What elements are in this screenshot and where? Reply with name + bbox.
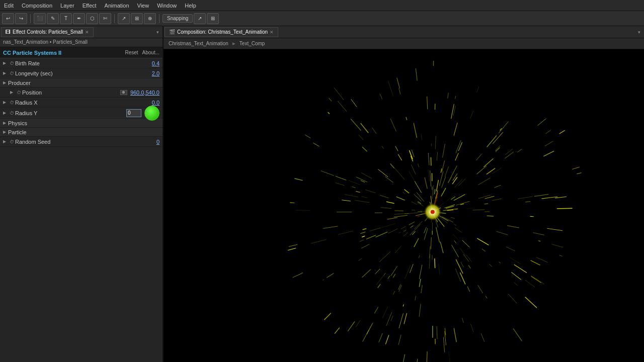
position-value[interactable]: 960.0,540.0	[130, 89, 159, 96]
comp-tab-label: Composition: Christmas_Text_Animation	[177, 29, 268, 35]
tool-align[interactable]: ⊕	[144, 13, 156, 24]
particle-canvas	[164, 49, 644, 362]
ec-header: CC Particle Systems II Reset About...	[0, 47, 163, 58]
about-button[interactable]: About...	[142, 50, 159, 55]
longevity-row: ▶ ⏱ Longevity (sec) 2.0	[0, 68, 163, 78]
tool-pen[interactable]: ✎	[47, 13, 59, 24]
effect-controls-tab[interactable]: 🎞 Effect Controls: Particles_Small ✕	[1, 27, 94, 37]
radius-y-label: Radius Y	[15, 110, 126, 116]
effect-controls: CC Particle Systems II Reset About... ▶ …	[0, 47, 163, 362]
menu-animation[interactable]: Animation	[101, 1, 133, 10]
birth-rate-icon: ⏱	[8, 60, 15, 67]
longevity-expand[interactable]: ▶	[3, 71, 8, 75]
particle-section[interactable]: ▶ Particle	[0, 128, 163, 137]
tool-brush[interactable]: ✒	[73, 13, 85, 24]
tool-snap-2[interactable]: ⊞	[207, 13, 219, 24]
comp-nav-text[interactable]: Text_Comp	[237, 40, 267, 47]
tool-select[interactable]: ⬛	[34, 13, 46, 24]
particle-label: Particle	[8, 129, 27, 135]
comp-nav: Christmas_Text_Animation ► Text_Comp	[164, 38, 644, 49]
position-label: Position	[22, 89, 120, 96]
particle-expand-icon: ▶	[3, 130, 6, 134]
tool-arrow[interactable]: ↗	[118, 13, 130, 24]
tool-undo[interactable]: ↩	[2, 13, 14, 24]
physics-expand-icon: ▶	[3, 121, 6, 125]
tool-shape[interactable]: ⬡	[86, 13, 98, 24]
effect-controls-tab-label: Effect Controls: Particles_Small	[13, 29, 83, 35]
comp-nav-sep-1: ►	[231, 41, 236, 46]
longevity-value[interactable]: 2.0	[139, 70, 159, 76]
radius-x-value[interactable]: 0.0	[139, 100, 159, 106]
radius-x-label: Radius X	[15, 100, 139, 106]
toolbar-separator-3	[159, 14, 159, 23]
menu-window[interactable]: Window	[153, 1, 181, 10]
toolbar: ↩ ↪ ⬛ ✎ T ✒ ⬡ ✄ ↗ ⊞ ⊕ Snapping ↗ ⊞	[0, 11, 644, 26]
birth-rate-row: ▶ ⏱ Birth Rate 0.4	[0, 58, 163, 68]
physics-label: Physics	[8, 120, 27, 126]
radius-y-scrub-handle[interactable]	[144, 106, 159, 121]
comp-main-tab[interactable]: 🎬 Composition: Christmas_Text_Animation …	[165, 27, 278, 37]
breadcrumb: nas_Text_Animation • Particles_Small	[0, 38, 163, 47]
menu-bar: Edit Composition Layer Effect Animation …	[0, 0, 644, 11]
longevity-icon: ⏱	[8, 70, 15, 77]
main-layout: 🎞 Effect Controls: Particles_Small ✕ ▾ n…	[0, 26, 644, 362]
producer-expand-icon: ▶	[3, 80, 6, 85]
random-seed-icon: ⏱	[8, 138, 15, 145]
radius-y-input[interactable]	[126, 109, 141, 117]
reset-button[interactable]: Reset	[125, 50, 138, 55]
random-seed-row: ▶ ⏱ Random Seed 0	[0, 137, 163, 147]
menu-view[interactable]: View	[133, 1, 153, 10]
panel-tabs: 🎞 Effect Controls: Particles_Small ✕ ▾	[0, 26, 163, 38]
tool-text[interactable]: T	[60, 13, 72, 24]
position-icon: ⏱	[15, 89, 22, 96]
radius-x-icon: ⏱	[8, 99, 15, 106]
comp-tab-close[interactable]: ✕	[270, 30, 274, 35]
comp-nav-main[interactable]: Christmas_Text_Animation	[167, 40, 230, 47]
tool-snap-1[interactable]: ↗	[194, 13, 206, 24]
menu-composition[interactable]: Composition	[18, 1, 56, 10]
tool-redo[interactable]: ↪	[15, 13, 27, 24]
left-panel: 🎞 Effect Controls: Particles_Small ✕ ▾ n…	[0, 26, 164, 362]
position-crosshair-icon[interactable]: ⊕	[120, 90, 127, 95]
menu-edit[interactable]: Edit	[0, 1, 18, 10]
birth-rate-expand[interactable]: ▶	[3, 61, 8, 65]
radius-y-icon: ⏱	[8, 110, 15, 117]
producer-label: Producer	[8, 80, 31, 86]
tool-scissors[interactable]: ✄	[99, 13, 111, 24]
random-seed-label: Random Seed	[15, 139, 139, 145]
right-panel: 🎬 Composition: Christmas_Text_Animation …	[164, 26, 644, 362]
radius-y-row: ▶ ⏱ Radius Y	[0, 108, 163, 119]
position-row: ▶ ⏱ Position ⊕ 960.0,540.0	[0, 87, 163, 98]
birth-rate-value[interactable]: 0.4	[139, 60, 159, 66]
position-expand[interactable]: ▶	[10, 90, 15, 95]
radius-y-expand[interactable]: ▶	[3, 111, 8, 115]
menu-layer[interactable]: Layer	[56, 1, 78, 10]
random-seed-value[interactable]: 0	[139, 139, 159, 145]
comp-tab-menu[interactable]: ▾	[635, 28, 643, 36]
effect-name: CC Particle Systems II	[3, 50, 125, 56]
comp-tabs: 🎬 Composition: Christmas_Text_Animation …	[164, 26, 644, 38]
producer-section[interactable]: ▶ Producer	[0, 78, 163, 87]
menu-help[interactable]: Help	[181, 1, 200, 10]
effect-controls-tab-close[interactable]: ✕	[85, 30, 89, 35]
snapping-toggle[interactable]: Snapping	[163, 14, 193, 23]
toolbar-separator-1	[30, 14, 31, 23]
panel-tab-menu[interactable]: ▾	[153, 28, 162, 36]
tool-grid[interactable]: ⊞	[131, 13, 143, 24]
longevity-label: Longevity (sec)	[15, 70, 139, 76]
toolbar-separator-2	[114, 14, 115, 23]
comp-tab-icon: 🎬	[169, 29, 175, 35]
comp-viewport	[164, 49, 644, 362]
birth-rate-label: Birth Rate	[15, 60, 139, 66]
random-seed-expand[interactable]: ▶	[3, 139, 8, 144]
effect-controls-tab-icon: 🎞	[6, 29, 11, 35]
radius-x-expand[interactable]: ▶	[3, 100, 8, 105]
menu-effect[interactable]: Effect	[78, 1, 101, 10]
